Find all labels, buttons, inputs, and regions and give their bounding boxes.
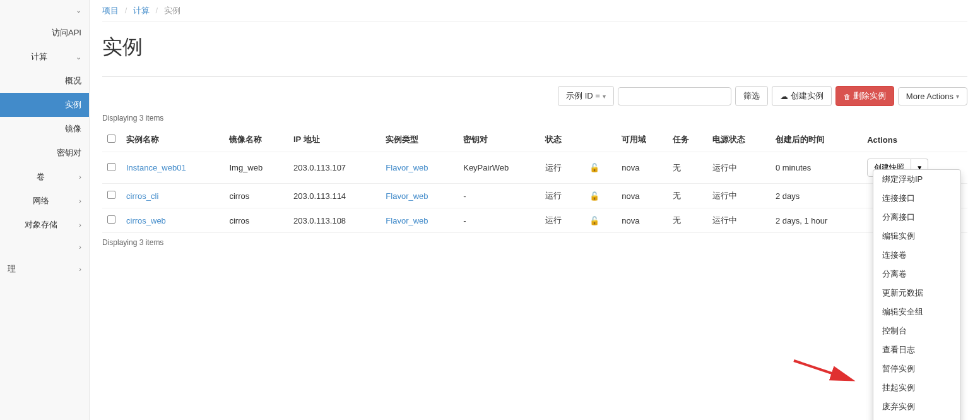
cloud-icon — [780, 92, 788, 101]
header-time[interactable]: 创建后的时间 — [770, 128, 862, 152]
cell-power: 运行中 — [707, 208, 770, 233]
dropdown-item[interactable]: 连接卷 — [873, 246, 960, 265]
sidebar-item-images[interactable]: 镜像 — [0, 117, 89, 141]
breadcrumb-separator: / — [156, 6, 158, 15]
cell-time: 2 days — [770, 184, 862, 208]
filter-type-dropdown[interactable]: 示例 ID = — [558, 86, 614, 106]
flavor-link[interactable]: Flavor_web — [386, 191, 428, 201]
sidebar-group-network[interactable]: 网络› — [0, 189, 89, 213]
instance-name-link[interactable]: cirros_web — [126, 216, 166, 225]
header-flavor[interactable]: 实例类型 — [381, 128, 458, 152]
dropdown-item[interactable]: 控制台 — [873, 321, 960, 340]
dropdown-item[interactable]: 绑定浮动IP — [873, 170, 960, 189]
header-checkbox[interactable] — [102, 128, 121, 152]
header-power[interactable]: 电源状态 — [707, 128, 770, 152]
trash-icon — [844, 92, 851, 101]
flavor-link[interactable]: Flavor_web — [386, 163, 428, 172]
cell-lock: 🔓 — [579, 152, 617, 184]
header-zone[interactable]: 可用域 — [617, 128, 668, 152]
main-content: 项目 / 计算 / 实例 实例 示例 ID = 筛选 创建实例 删除实例 Mor… — [90, 0, 980, 420]
cell-name: Instance_web01 — [121, 152, 224, 184]
sidebar-project-toggle[interactable]: ⌄ — [0, 0, 89, 21]
sidebar: ⌄ 访问API 计算⌄ 概况 实例 镜像 密钥对 卷› 网络› 对象存储› › … — [0, 0, 90, 420]
chevron-right-icon: › — [79, 197, 81, 205]
sidebar-api-access[interactable]: 访问API — [0, 21, 89, 45]
cell-ip: 203.0.113.108 — [288, 208, 381, 233]
breadcrumb-bar: 项目 / 计算 / 实例 — [102, 0, 967, 22]
sidebar-item-keypairs[interactable]: 密钥对 — [0, 141, 89, 165]
breadcrumb-separator: / — [125, 6, 127, 15]
dropdown-item[interactable]: 编辑安全组 — [873, 303, 960, 321]
cell-flavor: Flavor_web — [381, 152, 458, 184]
filter-button[interactable]: 筛选 — [735, 86, 768, 106]
unlock-icon: 🔓 — [589, 163, 599, 172]
sidebar-group-admin[interactable]: 理› — [0, 257, 89, 281]
dropdown-item[interactable]: 分离卷 — [873, 265, 960, 284]
sidebar-group-compute[interactable]: 计算⌄ — [0, 45, 89, 69]
more-actions-button[interactable]: More Actions — [898, 87, 967, 105]
cell-task: 无 — [668, 208, 707, 233]
table-row: Instance_web01 Img_web 203.0.113.107 Fla… — [102, 152, 967, 184]
header-name[interactable]: 实例名称 — [121, 128, 224, 152]
dropdown-item[interactable]: 更新元数据 — [873, 284, 960, 303]
sidebar-group-extra[interactable]: › — [0, 237, 89, 257]
chevron-right-icon: › — [79, 265, 81, 273]
row-checkbox[interactable] — [102, 152, 121, 184]
sidebar-group-volumes[interactable]: 卷› — [0, 165, 89, 189]
cell-status: 运行 — [540, 184, 579, 208]
dropdown-item[interactable]: 挂起实例 — [873, 378, 960, 397]
instance-name-link[interactable]: cirros_cli — [126, 191, 158, 201]
dropdown-item[interactable]: 编辑实例 — [873, 227, 960, 246]
breadcrumb-compute[interactable]: 计算 — [133, 6, 150, 15]
header-image[interactable]: 镜像名称 — [224, 128, 288, 152]
table-row: cirros_web cirros 203.0.113.108 Flavor_w… — [102, 208, 967, 233]
checkbox-icon — [107, 215, 115, 224]
cell-zone: nova — [617, 184, 668, 208]
checkbox-icon — [107, 135, 115, 143]
dropdown-item[interactable]: 暂停实例 — [873, 359, 960, 378]
flavor-link[interactable]: Flavor_web — [386, 216, 428, 225]
cell-time: 0 minutes — [770, 152, 862, 184]
arrow-annotation — [791, 356, 860, 387]
cell-task: 无 — [668, 184, 707, 208]
delete-instance-button[interactable]: 删除实例 — [835, 86, 894, 106]
create-instance-button[interactable]: 创建实例 — [772, 86, 832, 106]
dropdown-item[interactable]: 分离接口 — [873, 208, 960, 227]
cell-image: Img_web — [224, 152, 288, 184]
header-status[interactable]: 状态 — [540, 128, 579, 152]
header-actions: Actions — [862, 128, 967, 152]
cell-image: cirros — [224, 184, 288, 208]
sidebar-item-instances[interactable]: 实例 — [0, 93, 89, 117]
header-task[interactable]: 任务 — [668, 128, 707, 152]
cell-status: 运行 — [540, 152, 579, 184]
dropdown-item[interactable]: 连接接口 — [873, 189, 960, 208]
cell-task: 无 — [668, 152, 707, 184]
item-count-top: Displaying 3 items — [102, 114, 967, 123]
sidebar-group-object-storage[interactable]: 对象存储› — [0, 213, 89, 237]
instance-name-link[interactable]: Instance_web01 — [126, 163, 186, 172]
filter-input[interactable] — [618, 87, 731, 105]
breadcrumb-project[interactable]: 项目 — [102, 6, 119, 15]
header-ip[interactable]: IP 地址 — [288, 128, 381, 152]
cell-keypair: KeyPairWeb — [458, 152, 540, 184]
action-dropdown: 绑定浮动IP连接接口分离接口编辑实例连接卷分离卷更新元数据编辑安全组控制台查看日… — [873, 169, 961, 420]
cell-name: cirros_cli — [121, 184, 224, 208]
chevron-right-icon: › — [79, 243, 81, 251]
header-keypair[interactable]: 密钥对 — [458, 128, 540, 152]
chevron-right-icon: › — [79, 221, 81, 229]
row-checkbox[interactable] — [102, 208, 121, 233]
cell-zone: nova — [617, 152, 668, 184]
cell-zone: nova — [617, 208, 668, 233]
dropdown-item[interactable]: 查看日志 — [873, 340, 960, 359]
header-lock — [579, 128, 617, 152]
dropdown-item[interactable]: 废弃实例 — [873, 397, 960, 416]
sidebar-item-overview[interactable]: 概况 — [0, 69, 89, 93]
row-checkbox[interactable] — [102, 184, 121, 208]
breadcrumb-current: 实例 — [164, 6, 180, 15]
cell-ip: 203.0.113.114 — [288, 184, 381, 208]
dropdown-item[interactable]: 调整实例大小 — [873, 416, 960, 420]
cell-lock: 🔓 — [579, 184, 617, 208]
cell-keypair: - — [458, 184, 540, 208]
cell-power: 运行中 — [707, 152, 770, 184]
table-row: cirros_cli cirros 203.0.113.114 Flavor_w… — [102, 184, 967, 208]
